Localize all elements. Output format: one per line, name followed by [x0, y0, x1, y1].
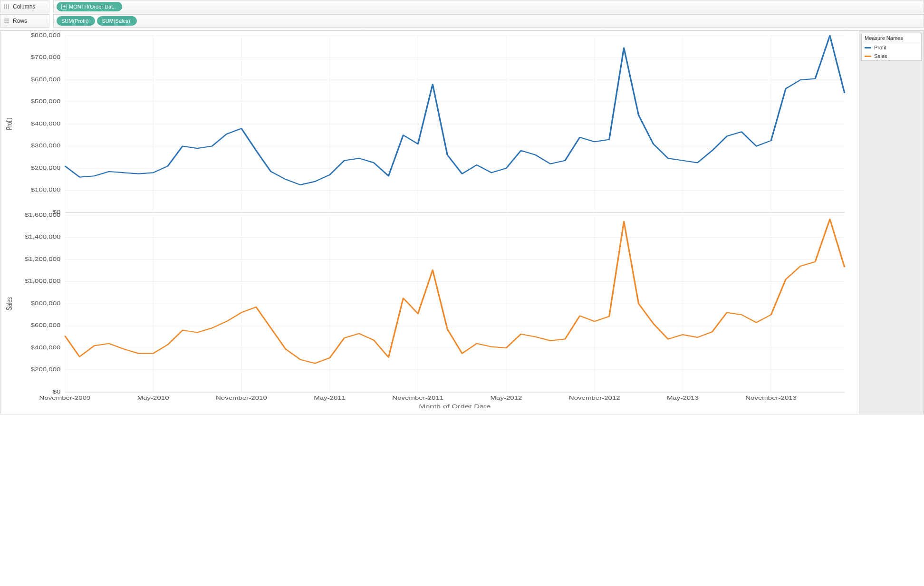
svg-text:$1,000,000: $1,000,000 [25, 279, 60, 284]
columns-shelf-label[interactable]: Columns [0, 0, 49, 13]
pill-label: MONTH(Order Dat.. [69, 2, 116, 11]
svg-text:Profit: Profit [5, 118, 14, 130]
svg-text:November-2009: November-2009 [39, 395, 91, 401]
svg-text:$800,000: $800,000 [31, 33, 61, 38]
svg-text:$600,000: $600,000 [31, 323, 61, 328]
columns-icon [3, 4, 10, 10]
legend-swatch-profit [865, 47, 871, 48]
svg-text:Sales: Sales [5, 297, 14, 310]
workspace: $0$100,000$200,000$300,000$400,000$500,0… [0, 30, 924, 414]
svg-text:$1,600,000: $1,600,000 [25, 212, 60, 218]
svg-text:$1,400,000: $1,400,000 [25, 234, 60, 240]
rows-label-text: Rows [13, 18, 27, 24]
legend-item-sales[interactable]: Sales [862, 52, 921, 60]
columns-shelf-body[interactable]: + MONTH(Order Dat.. [53, 0, 924, 13]
svg-text:November-2010: November-2010 [216, 395, 267, 401]
svg-text:$400,000: $400,000 [31, 121, 61, 127]
svg-text:May-2013: May-2013 [667, 395, 699, 401]
svg-text:$700,000: $700,000 [31, 55, 61, 60]
legend-swatch-sales [865, 56, 871, 57]
svg-text:May-2011: May-2011 [314, 395, 346, 401]
svg-text:$200,000: $200,000 [31, 367, 61, 373]
columns-shelf-row: Columns + MONTH(Order Dat.. [0, 0, 924, 13]
pill-label: SUM(Profit) [61, 16, 88, 26]
rows-shelf-label[interactable]: Rows [0, 14, 49, 28]
rows-shelf-row: Rows SUM(Profit) SUM(Sales) [0, 14, 924, 28]
rows-shelf-body[interactable]: SUM(Profit) SUM(Sales) [53, 14, 924, 28]
pill-label: SUM(Sales) [102, 16, 130, 26]
columns-label-text: Columns [13, 3, 35, 10]
svg-text:$500,000: $500,000 [31, 99, 61, 105]
svg-text:$400,000: $400,000 [31, 345, 61, 351]
legend-panel: Measure Names Profit Sales [859, 31, 924, 414]
legend-item-profit[interactable]: Profit [862, 43, 921, 52]
svg-text:November-2011: November-2011 [392, 395, 443, 401]
svg-text:May-2012: May-2012 [491, 395, 522, 401]
legend-label: Profit [874, 45, 886, 50]
svg-text:$800,000: $800,000 [31, 301, 61, 307]
pill-sum-sales[interactable]: SUM(Sales) [97, 16, 136, 26]
svg-text:November-2012: November-2012 [569, 395, 620, 401]
pill-sum-profit[interactable]: SUM(Profit) [57, 16, 95, 26]
svg-text:$0: $0 [53, 389, 61, 395]
svg-text:$1,200,000: $1,200,000 [25, 257, 60, 262]
svg-text:$600,000: $600,000 [31, 77, 61, 83]
svg-text:November-2013: November-2013 [745, 395, 797, 401]
legend-title: Measure Names [862, 33, 921, 43]
pill-month-order-date[interactable]: + MONTH(Order Dat.. [57, 2, 122, 11]
svg-text:May-2010: May-2010 [137, 395, 169, 401]
viz-area[interactable]: $0$100,000$200,000$300,000$400,000$500,0… [0, 31, 859, 414]
expand-icon: + [61, 4, 67, 10]
svg-text:$200,000: $200,000 [31, 165, 61, 171]
svg-text:$100,000: $100,000 [31, 187, 61, 193]
svg-text:$300,000: $300,000 [31, 143, 61, 149]
rows-icon [3, 18, 10, 24]
legend-card[interactable]: Measure Names Profit Sales [861, 33, 922, 61]
legend-label: Sales [874, 53, 887, 59]
svg-text:Month of Order Date: Month of Order Date [419, 403, 491, 410]
